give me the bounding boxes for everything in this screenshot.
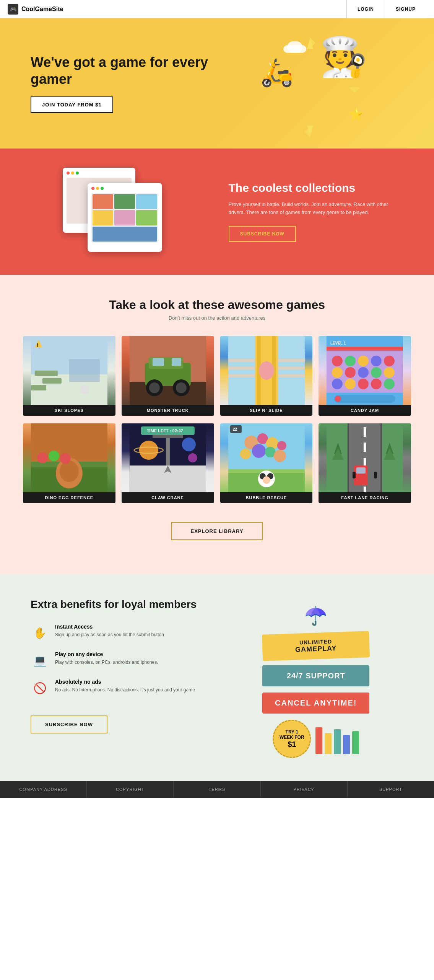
games-grid-row1: ! SKI SLOPES [23,336,411,416]
hero-section: We've got a game for every gamer JOIN TO… [0,18,434,149]
benefits-section: Extra benefits for loyal members ✋ Insta… [0,575,434,781]
footer-privacy[interactable]: PRIVACY [261,781,348,798]
login-button[interactable]: LOGIN [346,0,385,18]
any-device-icon: 💻 [31,651,49,670]
footer-copyright[interactable]: COPYRIGHT [87,781,174,798]
svg-rect-114 [374,472,377,479]
logo-icon: 🎮 [8,4,18,15]
svg-rect-22 [172,358,181,366]
svg-rect-15 [69,359,100,382]
game-label-candy-jam: CANDY JAM [319,405,411,416]
game-card-claw-crane[interactable]: TIME LEFT : 02:47 CLAW CRANE [122,423,214,503]
dino-illustration [23,423,115,492]
svg-point-47 [371,356,382,366]
game-thumb-candy-jam: LEVEL 1 [319,336,411,405]
badge-unlimited-gameplay: UNLIMITED GAMEPLAY [262,631,370,661]
benefit-title-no-ads: Absolutely no ads [55,679,195,685]
game-card-candy-jam[interactable]: LEVEL 1 [319,336,411,416]
site-logo[interactable]: 🎮 CoolGameSite [8,4,63,15]
svg-point-69 [60,453,71,464]
dot-yellow [71,172,74,175]
benefit-desc-any-device: Play with consoles, on PCs, androids and… [55,659,158,666]
svg-rect-31 [228,336,255,405]
svg-rect-102 [364,427,366,437]
dot-green [76,172,79,175]
svg-text:LEVEL 1: LEVEL 1 [330,341,346,345]
hero-character-secondary: 🛵 [260,57,294,88]
svg-point-16 [80,385,89,394]
game-card-bubble-rescue[interactable]: 22 BUBBLE RESCUE [220,423,313,503]
svg-rect-103 [364,443,366,452]
game-card-dino-egg-defence[interactable]: DINO EGG DEFENCE [23,423,115,503]
svg-rect-11 [42,378,62,384]
star-icon: ⭐ [348,107,364,122]
browser-window-front [88,183,162,252]
svg-point-79 [182,438,196,451]
svg-rect-37 [278,367,304,370]
hero-content: We've got a game for every gamer JOIN TO… [31,54,217,113]
games-section: Take a look at these awesome games Don't… [0,275,434,575]
site-name: CoolGameSite [21,6,63,13]
svg-point-48 [384,356,395,366]
mini-thumb-6 [136,210,157,225]
benefit-desc-no-ads: No ads. No Interruptions. No distraction… [55,686,195,693]
svg-rect-32 [278,336,304,405]
bar-red [315,727,322,754]
signup-button[interactable]: SIGNUP [385,0,426,18]
browser-dots-front [91,187,158,190]
footer-support[interactable]: SUPPORT [348,781,434,798]
svg-point-44 [332,356,343,366]
svg-point-52 [371,367,382,378]
games-grid-row2: DINO EGG DEFENCE TIME LEFT : 02:47 [23,423,411,503]
svg-point-45 [345,356,356,366]
hero-title: We've got a game for every gamer [31,54,217,87]
game-card-ski-slopes[interactable]: ! SKI SLOPES [23,336,115,416]
game-card-slip-n-slide[interactable]: SLIP N' SLIDE [220,336,313,416]
game-card-monster-truck[interactable]: MONSTER TRUCK [122,336,214,416]
game-card-fast-lane-racing[interactable]: FAST LANE RACING [319,423,411,503]
svg-rect-60 [334,395,395,403]
svg-rect-21 [153,358,164,366]
mini-thumb-wide [93,227,157,242]
svg-text:!: ! [37,343,38,348]
mini-thumb-3 [136,194,157,209]
footer-terms[interactable]: TERMS [174,781,260,798]
dot-red-2 [91,187,94,190]
benefits-subscribe-button[interactable]: SUBSCRIBE NOW [31,715,107,733]
svg-text:22: 22 [232,427,237,431]
benefits-title: Extra benefits for loyal members [31,598,206,611]
svg-rect-112 [356,467,366,474]
slip-n-slide-illustration [220,336,313,405]
svg-point-67 [37,452,48,463]
bar-green [352,731,359,754]
svg-point-24 [149,382,160,393]
colored-bars [315,724,359,754]
game-label-claw-crane: CLAW CRANE [122,492,214,503]
games-header: Take a look at these awesome games Don't… [23,298,411,321]
footer-company-address[interactable]: COMPANY ADDRESS [0,781,87,798]
benefit-text-any-device: Play on any device Play with consoles, o… [55,651,158,666]
badge-cancel: CANCEL ANYTIME! [262,693,369,714]
svg-point-68 [49,451,59,461]
collections-cta-button[interactable]: SUBSCRIBE NOW [229,226,296,242]
svg-point-87 [252,444,265,458]
monster-truck-illustration [122,336,214,405]
explore-library-button[interactable]: EXPLORE LIBRARY [171,522,262,540]
badge-support: 24/7 SUPPORT [262,665,369,686]
collections-title: The coolest collections [229,181,404,194]
svg-rect-33 [228,359,255,362]
mini-thumb-2 [114,194,135,209]
game-thumb-claw-crane: TIME LEFT : 02:47 [122,423,214,492]
trial-sticker-group: TRY 1 WEEK FOR $1 [273,720,359,758]
hero-cta-button[interactable]: JOIN TODAY FROM $1 [31,96,113,113]
svg-point-91 [273,450,286,462]
fast-lane-racing-illustration [319,423,411,492]
svg-marker-1 [349,82,360,93]
explore-container: EXPLORE LIBRARY [23,511,411,559]
benefit-item-any-device: 💻 Play on any device Play with consoles,… [31,651,206,670]
collections-section: 🎮 The cool [0,149,434,275]
bar-blue [343,735,350,754]
bar-teal [334,729,341,754]
svg-point-66 [60,461,79,482]
collections-image: 🎮 [31,172,206,252]
